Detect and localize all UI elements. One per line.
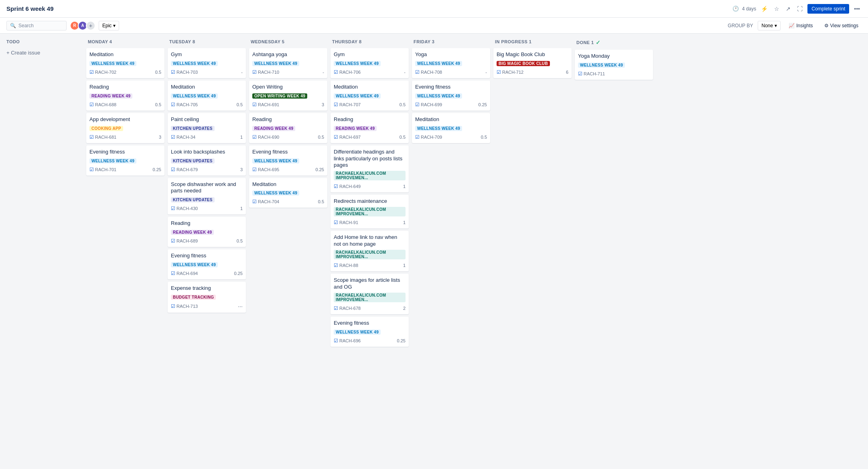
column-inprogress1: IN PROGRESS 1Big Magic Book ClubBIG MAGI… <box>493 37 572 81</box>
card-points: 2 <box>403 306 406 311</box>
clock-icon: 🕐 <box>732 6 739 12</box>
card-rach-712[interactable]: Big Magic Book ClubBIG MAGIC BOOK CLUB☑R… <box>493 48 572 78</box>
card-rach-696[interactable]: Evening fitnessWELLNESS WEEK 49☑RACH-696… <box>331 317 409 347</box>
card-tag: WELLNESS WEEK 49 <box>252 61 299 66</box>
lightning-btn[interactable]: ⚡ <box>759 4 769 14</box>
card-rach-703[interactable]: GymWELLNESS WEEK 49☑RACH-703- <box>168 48 246 78</box>
card-rach-704[interactable]: MeditationWELLNESS WEEK 49☑RACH-7040.5 <box>249 178 327 208</box>
share-btn[interactable]: ↗ <box>784 4 792 14</box>
card-rach-702[interactable]: MeditationWELLNESS WEEK 49☑RACH-7020.5 <box>86 48 164 78</box>
expand-btn[interactable]: ⛶ <box>795 4 804 14</box>
card-title: Meditation <box>334 84 406 91</box>
card-footer: ☑RACH-6793 <box>171 167 243 172</box>
card-rach-689[interactable]: ReadingREADING WEEK 49☑RACH-6890.5 <box>168 217 246 247</box>
card-footer: ☑RACH-6782 <box>334 305 406 311</box>
card-id: ☑RACH-688 <box>89 102 116 107</box>
card-rach-713[interactable]: Expense trackingBUDGET TRACKING☑RACH-713… <box>168 282 246 313</box>
card-id: ☑RACH-699 <box>415 102 442 107</box>
card-footer: ☑RACH-6900.5 <box>252 134 324 140</box>
card-rach-697[interactable]: ReadingREADING WEEK 49☑RACH-6970.5 <box>331 113 409 143</box>
insights-btn[interactable]: 📈 Insights <box>785 21 816 30</box>
card-tag: READING WEEK 49 <box>252 126 295 131</box>
card-footer: ☑RACH-7050.5 <box>171 102 243 107</box>
card-points: 0.25 <box>397 338 406 343</box>
avatar-add[interactable]: + <box>86 21 95 30</box>
more-btn[interactable]: ••• <box>852 4 862 14</box>
checkbox-icon: ☑ <box>171 238 175 244</box>
card-rach-34[interactable]: Paint ceilingKITCHEN UPDATES☑RACH-341 <box>168 113 246 143</box>
card-rach-678[interactable]: Scope images for article lists and OGRAC… <box>331 274 409 314</box>
card-title: Reading <box>252 116 324 123</box>
checkbox-icon: ☑ <box>89 167 94 172</box>
card-rach-688[interactable]: ReadingREADING WEEK 49☑RACH-6880.5 <box>86 81 164 111</box>
card-rach-699[interactable]: Evening fitnessWELLNESS WEEK 49☑RACH-699… <box>412 81 490 111</box>
card-points: 1 <box>403 263 406 268</box>
card-rach-691[interactable]: Open WritingOPEN WRITING WEEK 49☑RACH-69… <box>249 81 327 111</box>
card-rach-711[interactable]: Yoga MondayWELLNESS WEEK 49☑RACH-711 <box>575 50 653 80</box>
checkbox-icon: ☑ <box>334 134 338 140</box>
card-rach-705[interactable]: MeditationWELLNESS WEEK 49☑RACH-7050.5 <box>168 81 246 111</box>
card-id: ☑RACH-91 <box>334 220 358 225</box>
card-rach-695[interactable]: Evening fitnessWELLNESS WEEK 49☑RACH-695… <box>249 146 327 176</box>
timer-label: 4 days <box>742 6 756 12</box>
star-btn[interactable]: ☆ <box>773 4 781 14</box>
sprint-title: Sprint 6 week 49 <box>6 5 54 12</box>
card-rach-91[interactable]: Redirects maintenanceRACHAELKALICUN.COM … <box>331 195 409 228</box>
card-points: 0.5 <box>237 102 243 107</box>
column-todo: TODO+ Create issue <box>5 37 83 57</box>
complete-sprint-button[interactable]: Complete sprint <box>807 4 849 14</box>
card-rach-707[interactable]: MeditationWELLNESS WEEK 49☑RACH-7070.5 <box>331 81 409 111</box>
none-btn[interactable]: None ▾ <box>758 21 781 30</box>
card-tag: WELLNESS WEEK 49 <box>89 158 136 164</box>
card-id: ☑RACH-679 <box>171 167 198 172</box>
card-rach-681[interactable]: App developmentCOOKING APP☑RACH-6813 <box>86 113 164 143</box>
card-rach-690[interactable]: ReadingREADING WEEK 49☑RACH-6900.5 <box>249 113 327 143</box>
card-rach-701[interactable]: Evening fitnessWELLNESS WEEK 49☑RACH-701… <box>86 146 164 176</box>
epic-filter-btn[interactable]: Epic ▾ <box>99 21 119 30</box>
card-footer: ☑RACH-6913 <box>252 102 324 107</box>
card-tag: RACHAELKALICUN.COM IMPROVEMEN... <box>334 293 406 302</box>
card-id: ☑RACH-649 <box>334 184 361 189</box>
card-rach-679[interactable]: Look into backsplashesKITCHEN UPDATES☑RA… <box>168 146 246 176</box>
card-id: ☑RACH-703 <box>171 69 198 75</box>
card-id: ☑RACH-88 <box>334 263 358 268</box>
card-id: ☑RACH-706 <box>334 69 361 75</box>
card-footer: ☑RACH-881 <box>334 263 406 268</box>
search-box[interactable]: 🔍 Search <box>6 21 67 30</box>
card-rach-709[interactable]: MeditationWELLNESS WEEK 49☑RACH-7090.5 <box>412 113 490 143</box>
column-wednesday5: WEDNESDAY 5Ashtanga yogaWELLNESS WEEK 49… <box>249 37 327 210</box>
card-tag: WELLNESS WEEK 49 <box>89 61 136 66</box>
card-rach-694[interactable]: Evening fitnessWELLNESS WEEK 49☑RACH-694… <box>168 249 246 279</box>
sub-bar: 🔍 Search R A + Epic ▾ GROUP BY None ▾ 📈 … <box>0 18 868 34</box>
checkbox-icon: ☑ <box>334 102 338 107</box>
card-rach-710[interactable]: Ashtanga yogaWELLNESS WEEK 49☑RACH-710- <box>249 48 327 78</box>
card-rach-708[interactable]: YogaWELLNESS WEEK 49☑RACH-708- <box>412 48 490 78</box>
search-icon: 🔍 <box>10 23 16 28</box>
card-points: 0.5 <box>400 135 406 139</box>
card-menu-btn[interactable]: ··· <box>238 303 243 309</box>
checkbox-icon: ☑ <box>334 220 338 225</box>
card-footer: ☑RACH-6813 <box>89 134 161 140</box>
chevron-down-icon: ▾ <box>113 23 116 28</box>
card-rach-649[interactable]: Differentiate headings and links particu… <box>331 146 409 193</box>
card-title: Evening fitness <box>171 253 243 259</box>
column-title: FRIDAY 3 <box>414 39 434 44</box>
card-tag: WELLNESS WEEK 49 <box>415 93 462 99</box>
avatar-group: R A + <box>70 21 95 30</box>
card-footer: ☑RACH-6970.5 <box>334 134 406 140</box>
card-id: ☑RACH-697 <box>334 134 361 140</box>
card-rach-706[interactable]: GymWELLNESS WEEK 49☑RACH-706- <box>331 48 409 78</box>
card-footer: ☑RACH-711 <box>578 71 650 77</box>
card-tag: RACHAELKALICUN.COM IMPROVEMEN... <box>334 207 406 216</box>
column-monday4: MONDAY 4MeditationWELLNESS WEEK 49☑RACH-… <box>86 37 164 178</box>
card-id: ☑RACH-691 <box>252 102 279 107</box>
card-points: - <box>404 70 406 75</box>
card-rach-430[interactable]: Scope dishwasher work and parts neededKI… <box>168 178 246 215</box>
card-tag: OPEN WRITING WEEK 49 <box>252 93 307 99</box>
view-settings-btn[interactable]: ⚙ View settings <box>821 21 862 30</box>
card-id: ☑RACH-695 <box>252 167 279 172</box>
checkbox-icon: ☑ <box>252 167 257 172</box>
search-placeholder: Search <box>18 23 34 28</box>
card-rach-88[interactable]: Add Home link to nav when not on home pa… <box>331 231 409 271</box>
create-issue-button[interactable]: + Create issue <box>5 48 42 57</box>
